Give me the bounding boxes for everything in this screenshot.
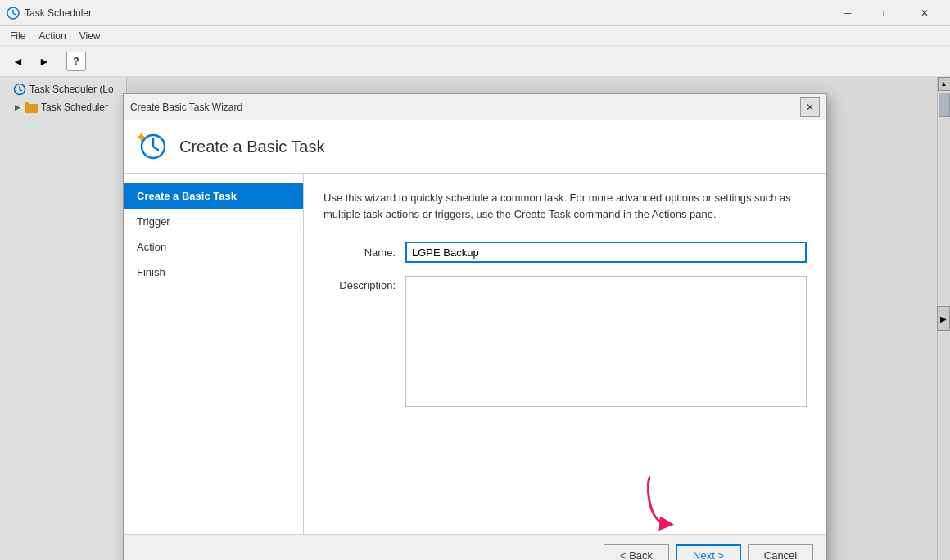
minimize-button[interactable]: ─ [829, 0, 866, 26]
forward-button[interactable]: ► [33, 50, 56, 73]
close-button[interactable]: ✕ [906, 0, 943, 26]
dialog-header-icon: ✦ [137, 130, 170, 163]
dialog-close-button[interactable]: ✕ [800, 97, 820, 117]
description-label: Description: [323, 276, 405, 291]
dialog-body: Create a Basic Task Trigger Action Finis… [124, 174, 826, 534]
menu-bar: File Action View [0, 26, 950, 46]
cancel-button[interactable]: Cancel [748, 544, 813, 560]
name-input[interactable] [405, 242, 807, 263]
app-icon [7, 7, 20, 20]
title-bar: Task Scheduler ─ □ ✕ [0, 0, 950, 26]
wizard-content: Use this wizard to quickly schedule a co… [304, 174, 826, 534]
create-basic-task-dialog: Create Basic Task Wizard ✕ ✦ Create a Ba… [123, 93, 827, 560]
dialog-overlay: Create Basic Task Wizard ✕ ✦ Create a Ba… [0, 77, 950, 560]
wizard-step-finish[interactable]: Finish [124, 260, 303, 285]
dialog-header-title: Create a Basic Task [179, 138, 325, 156]
name-label: Name: [323, 246, 405, 259]
dialog-title: Create Basic Task Wizard [130, 102, 800, 113]
description-row: Description: [323, 276, 807, 407]
app-title: Task Scheduler [25, 7, 829, 19]
toolbar: ◄ ► ? [0, 46, 950, 77]
wizard-steps: Create a Basic Task Trigger Action Finis… [124, 174, 304, 534]
maximize-button[interactable]: □ [867, 0, 905, 26]
dialog-header: ✦ Create a Basic Task [124, 120, 826, 174]
next-button[interactable]: Next > [676, 544, 741, 560]
content-area: Task Scheduler (Lo ▶ Task Scheduler ▲ [0, 77, 950, 560]
main-window: Task Scheduler ─ □ ✕ File Action View ◄ … [0, 0, 950, 560]
help-button[interactable]: ? [66, 52, 86, 71]
wizard-step-create[interactable]: Create a Basic Task [124, 183, 303, 209]
title-bar-buttons: ─ □ ✕ [829, 0, 943, 26]
back-button[interactable]: < Back [604, 544, 669, 560]
menu-view[interactable]: View [73, 29, 107, 43]
menu-action[interactable]: Action [32, 29, 72, 43]
star-icon: ✦ [135, 129, 147, 147]
toolbar-separator [61, 53, 61, 70]
dialog-footer: < Back Next > Cancel [124, 534, 826, 560]
arrow-annotation [642, 473, 691, 531]
name-row: Name: [323, 242, 807, 263]
dialog-title-bar: Create Basic Task Wizard ✕ [124, 94, 826, 120]
menu-file[interactable]: File [3, 29, 32, 43]
description-input[interactable] [405, 276, 807, 407]
wizard-step-action[interactable]: Action [124, 234, 303, 260]
back-button[interactable]: ◄ [7, 50, 29, 73]
wizard-step-trigger[interactable]: Trigger [124, 209, 303, 234]
wizard-description: Use this wizard to quickly schedule a co… [323, 190, 807, 222]
